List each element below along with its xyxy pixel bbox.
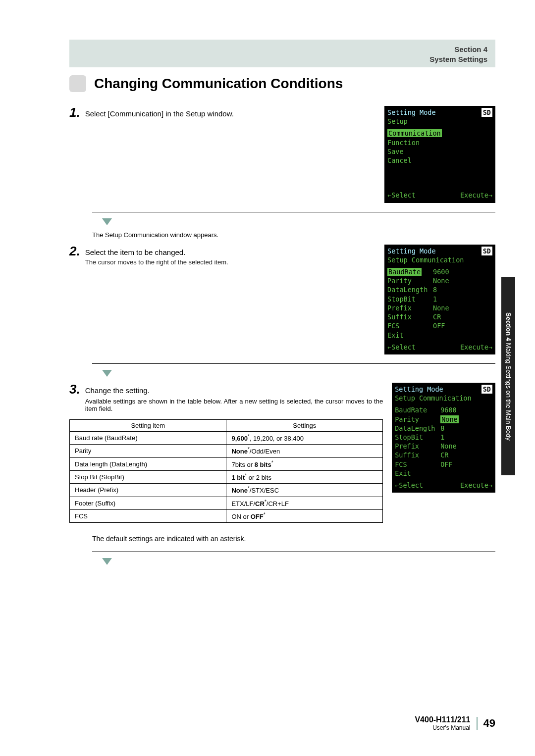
divider [92, 552, 495, 552]
sd-badge: SD [482, 385, 492, 394]
sidetab-section: Section 4 [505, 312, 512, 341]
screen-kv-row: Exit [395, 469, 492, 478]
screen1-mode: Setting Mode [387, 108, 436, 117]
footer-page-number: 49 [477, 717, 495, 730]
down-arrow-icon [102, 370, 112, 377]
screen-kv-row: PrefixNone [387, 303, 492, 312]
step-2-number: 2. [69, 245, 80, 257]
table-row: FCSON or OFF* [70, 509, 383, 522]
table-h1: Setting item [70, 419, 226, 431]
screen2-mode: Setting Mode [387, 247, 436, 255]
screen1-menu-item: Communication [387, 129, 492, 138]
step-3-desc: Available settings are shown in the tabl… [85, 398, 383, 412]
screen-comm-select: Setting ModeSD Setup Communication BaudR… [384, 245, 495, 354]
screen-kv-row: DataLength8 [387, 285, 492, 294]
table-row: Header (Prefix)None*/STX/ESC [70, 484, 383, 497]
sd-badge: SD [482, 247, 492, 255]
table-row: Data length (DataLength)7bits or 8 bits* [70, 457, 383, 470]
section-info: Section 4 System Settings [429, 45, 487, 65]
step-3: 3. Change the setting. Available setting… [69, 383, 383, 412]
sd-badge: SD [482, 108, 492, 117]
table-cell-settings: 1 bit* or 2 bits [226, 470, 383, 483]
screen-kv-row: BaudRate9600 [387, 267, 492, 276]
step-1-number: 1. [69, 106, 80, 119]
step-1-text: Select [Communication] in the Setup wind… [85, 106, 234, 118]
step-3-number: 3. [69, 383, 80, 396]
screen1-select: ←Select [387, 191, 416, 200]
page-title: Changing Communication Conditions [94, 76, 343, 92]
screen-kv-row: PrefixNone [395, 442, 492, 451]
footer-model: V400-H111/211 [415, 715, 470, 724]
screen3-select: ←Select [395, 481, 423, 490]
table-cell-settings: 9,600*, 19,200, or 38,400 [226, 431, 383, 444]
table-cell-item: Baud rate (BaudRate) [70, 431, 226, 444]
screen-kv-row: FCSOFF [395, 460, 492, 469]
step-2-text: Select the item to be changed. [85, 248, 186, 256]
screen3-exec: Execute→ [460, 481, 492, 490]
table-cell-settings: None*/STX/ESC [226, 484, 383, 497]
divider [92, 363, 495, 364]
side-tab: Section 4 Making Settings on the Main Bo… [501, 277, 515, 475]
screen-kv-row: Exit [387, 331, 492, 340]
title-row: Changing Communication Conditions [69, 75, 495, 92]
table-cell-item: Header (Prefix) [70, 484, 226, 497]
sidetab-text: Making Settings on the Main Body [505, 341, 512, 440]
table-cell-settings: 7bits or 8 bits* [226, 457, 383, 470]
screen2-select: ←Select [387, 343, 416, 352]
table-row: ParityNone*/Odd/Even [70, 445, 383, 457]
step-2-sub: The cursor moves to the right of the sel… [85, 258, 228, 266]
table-cell-item: FCS [70, 509, 226, 522]
step-2: 2. Select the item to be changed. The cu… [69, 245, 375, 266]
settings-table: Setting item Settings Baud rate (BaudRat… [69, 419, 383, 523]
step-3-text: Change the setting. [85, 386, 150, 395]
screen-kv-row: ParityNone [387, 276, 492, 285]
divider [92, 212, 495, 212]
screen1-sub: Setup [387, 117, 492, 126]
step-1: 1. Select [Communication] in the Setup w… [69, 106, 375, 119]
title-marker-icon [69, 75, 86, 92]
table-cell-item: Data length (DataLength) [70, 457, 226, 470]
page-footer: V400-H111/211 User's Manual 49 [415, 715, 495, 731]
screen3-sub: Setup Communication [395, 394, 492, 403]
down-arrow-icon [102, 558, 112, 565]
table-cell-item: Parity [70, 445, 226, 457]
screen2-sub: Setup Communication [387, 255, 492, 264]
table-cell-settings: ETX/LF/CR*/CR+LF [226, 497, 383, 509]
footer-manual: User's Manual [415, 724, 470, 731]
screen3-mode: Setting Mode [395, 385, 443, 394]
screen1-menu-item: Save [387, 147, 492, 156]
table-row: Stop Bit (StopBit)1 bit* or 2 bits [70, 470, 383, 483]
screen-kv-row: SuffixCR [387, 312, 492, 321]
screen1-menu-item: Cancel [387, 156, 492, 165]
table-cell-settings: None*/Odd/Even [226, 445, 383, 457]
table-cell-settings: ON or OFF* [226, 509, 383, 522]
table-cell-item: Footer (Suffix) [70, 497, 226, 509]
table-cell-item: Stop Bit (StopBit) [70, 470, 226, 483]
table-row: Baud rate (BaudRate)9,600*, 19,200, or 3… [70, 431, 383, 444]
step1-result: The Setup Communication window appears. [92, 231, 495, 239]
screen-kv-row: SuffixCR [395, 451, 492, 459]
screen-setup: Setting ModeSD Setup CommunicationFuncti… [384, 106, 495, 203]
screen-kv-row: DataLength8 [395, 424, 492, 433]
screen2-exec: Execute→ [460, 343, 492, 352]
screen-kv-row: StopBit1 [387, 295, 492, 303]
screen1-menu-item: Function [387, 138, 492, 147]
header-band: Section 4 System Settings [69, 40, 495, 67]
screen-kv-row: FCSOFF [387, 321, 492, 330]
screen-comm-edit: Setting ModeSD Setup Communication BaudR… [392, 383, 495, 493]
screen-kv-row: BaudRate9600 [395, 405, 492, 414]
section-title: System Settings [429, 54, 487, 64]
down-arrow-icon [102, 218, 112, 225]
table-h2: Settings [226, 419, 383, 431]
screen-kv-row: ParityNone [395, 415, 492, 424]
table-row: Footer (Suffix)ETX/LF/CR*/CR+LF [70, 497, 383, 509]
section-number: Section 4 [429, 45, 487, 54]
default-note: The default settings are indicated with … [92, 535, 495, 543]
screen-kv-row: StopBit1 [395, 433, 492, 442]
screen1-exec: Execute→ [460, 191, 492, 200]
